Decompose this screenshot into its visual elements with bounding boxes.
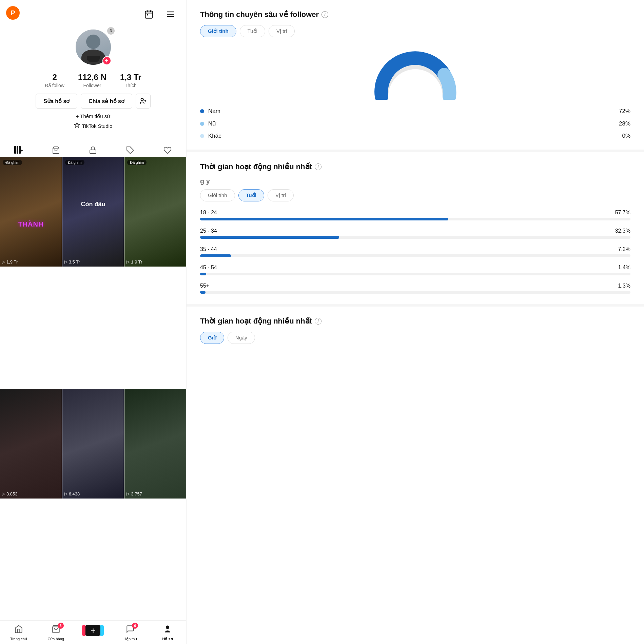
age-row-45-54: 45 - 54 1.4%	[200, 265, 630, 275]
age-pct-45-54: 1.4%	[618, 265, 630, 271]
activity-tab-gender[interactable]: Giới tính	[200, 189, 235, 201]
nav-home[interactable]: Trang chủ	[0, 625, 37, 641]
play-icon-1: ▷	[2, 259, 5, 264]
svg-point-8	[141, 98, 143, 101]
video-1[interactable]: Đã ghim THÀNH ▷ 1,9 Tr	[0, 157, 62, 267]
nav-shop[interactable]: Cửa hàng	[37, 625, 75, 641]
bar-track-25-34	[200, 236, 630, 239]
play-icon-2: ▷	[64, 259, 67, 264]
gender-stats: Nam 72% Nữ 28% Khác 0%	[200, 108, 630, 139]
activity-tab-location[interactable]: Vị trí	[268, 189, 294, 201]
age-range-55plus: 55+	[200, 283, 209, 289]
activity-tab-pills-1: Giới tính Tuổi Vị trí	[200, 189, 630, 201]
play-count-1: ▷ 1,9 Tr	[2, 259, 18, 265]
add-bio-link[interactable]: + Thêm tiểu sử	[76, 113, 111, 119]
activity-section-2-title: Thời gian hoạt động nhiều nhất i	[200, 317, 630, 326]
menu-icon[interactable]	[163, 7, 178, 22]
play-count-2: ▷ 3,5 Tr	[64, 259, 80, 265]
bar-track-18-24	[200, 218, 630, 220]
follower-stat: 112,6 N Follower	[78, 73, 106, 88]
app-logo: P	[6, 6, 20, 20]
follower-count: 112,6 N	[78, 73, 106, 82]
nu-pct: 28%	[619, 120, 630, 127]
tab-videos[interactable]	[0, 143, 37, 157]
follower-insight-section: Thông tin chuyên sâu về follower i Giới …	[200, 10, 630, 150]
bar-track-35-44	[200, 254, 630, 257]
video-3[interactable]: Đã ghim ▷ 1,9 Tr	[124, 157, 186, 267]
nu-label: Nữ	[208, 120, 216, 127]
bar-track-45-54	[200, 273, 630, 275]
shop-icon	[52, 625, 60, 636]
play-count-5: ▷ 6.438	[64, 491, 80, 496]
follower-tab-pills: Giới tính Tuổi Vị trí	[200, 25, 630, 37]
action-buttons: Sửa hồ sơ Chia sẻ hồ sơ	[36, 94, 151, 109]
add-user-button[interactable]	[136, 94, 151, 109]
studio-icon	[74, 122, 80, 130]
activity-section-2: Thời gian hoạt động nhiều nhất i Giờ Ngà…	[200, 317, 630, 352]
video-grid: Đã ghim THÀNH ▷ 1,9 Tr Đã ghim Còn đâu ▷…	[0, 157, 186, 620]
activity-tab-day[interactable]: Ngày	[228, 332, 255, 344]
nav-home-label: Trang chủ	[10, 637, 27, 641]
nam-dot	[200, 109, 204, 113]
content-tabs	[0, 140, 186, 157]
tiktok-studio-link[interactable]: TikTok Studio	[74, 122, 112, 130]
activity-info-icon-1[interactable]: i	[315, 163, 321, 170]
activity-tab-hour[interactable]: Giờ	[200, 332, 224, 344]
activity-tab-pills-2: Giờ Ngày	[200, 332, 630, 344]
age-bars: 18 - 24 57.7% 25 - 34 32.3% 35 - 44	[200, 210, 630, 294]
activity-info-icon-2[interactable]: i	[315, 318, 321, 325]
donut-chart	[200, 45, 630, 100]
age-range-45-54: 45 - 54	[200, 265, 217, 271]
nam-pct: 72%	[619, 108, 630, 115]
create-button[interactable]: +	[85, 625, 101, 636]
activity-section-1: Thời gian hoạt động nhiều nhất i g y Giớ…	[200, 162, 630, 294]
pinned-badge-3: Đã ghim	[127, 160, 147, 165]
stats-row: 2 Đã follow 112,6 N Follower 1,3 Tr Thíc…	[45, 73, 141, 88]
video-6[interactable]: ▷ 3.757	[124, 389, 186, 499]
video-4[interactable]: ▷ 3.853	[0, 389, 62, 499]
age-pct-55plus: 1.3%	[618, 283, 630, 289]
follower-section-title: Thông tin chuyên sâu về follower i	[200, 10, 630, 19]
svg-marker-15	[21, 150, 23, 152]
bar-fill-18-24	[200, 218, 448, 220]
khac-label: Khác	[208, 133, 221, 139]
shop-badge-dot	[60, 623, 63, 626]
bar-fill-25-34	[200, 236, 339, 239]
nu-dot	[200, 122, 204, 126]
video-5[interactable]: ▷ 6.438	[62, 389, 124, 499]
play-icon-5: ▷	[64, 491, 67, 496]
edit-profile-button[interactable]: Sửa hồ sơ	[36, 94, 77, 109]
bottom-nav: Trang chủ Cửa hàng + 6	[0, 620, 186, 644]
calendar-icon[interactable]	[141, 7, 156, 22]
age-row-25-34: 25 - 34 32.3%	[200, 228, 630, 239]
tab-pill-location[interactable]: Vị trí	[269, 25, 295, 37]
add-avatar-button[interactable]: +	[102, 56, 111, 65]
activity-tab-age[interactable]: Tuổi	[238, 189, 264, 201]
video-text-1: THÀNH	[18, 220, 43, 228]
partial-text: g y	[200, 177, 630, 185]
section-divider-2	[187, 304, 644, 307]
nav-profile[interactable]: Hồ sơ	[149, 625, 186, 641]
bar-track-55plus	[200, 291, 630, 294]
left-panel: P +	[0, 0, 187, 644]
follower-info-icon[interactable]: i	[321, 11, 328, 18]
tab-tagged[interactable]	[112, 143, 149, 157]
follow-label: Đã follow	[45, 83, 64, 88]
tab-shop[interactable]	[37, 143, 75, 157]
video-2[interactable]: Đã ghim Còn đâu ▷ 3,5 Tr	[62, 157, 124, 267]
tab-pill-gender[interactable]: Giới tính	[200, 25, 236, 37]
nav-inbox[interactable]: 6 Hộp thư	[112, 625, 149, 641]
tab-pill-age[interactable]: Tuổi	[240, 25, 265, 37]
share-profile-button[interactable]: Chia sẻ hồ sơ	[81, 94, 132, 109]
nav-create[interactable]: +	[75, 625, 112, 641]
follow-stat: 2 Đã follow	[45, 73, 64, 88]
inbox-badge: 6	[132, 623, 138, 629]
tab-private[interactable]	[75, 143, 112, 157]
svg-rect-4	[147, 14, 148, 16]
svg-rect-12	[14, 146, 16, 154]
play-count-3: ▷ 1,9 Tr	[126, 259, 142, 265]
tab-liked[interactable]	[149, 143, 186, 157]
age-pct-18-24: 57.7%	[615, 210, 630, 216]
khac-dot	[200, 134, 204, 138]
video-text-2: Còn đâu	[81, 201, 105, 208]
